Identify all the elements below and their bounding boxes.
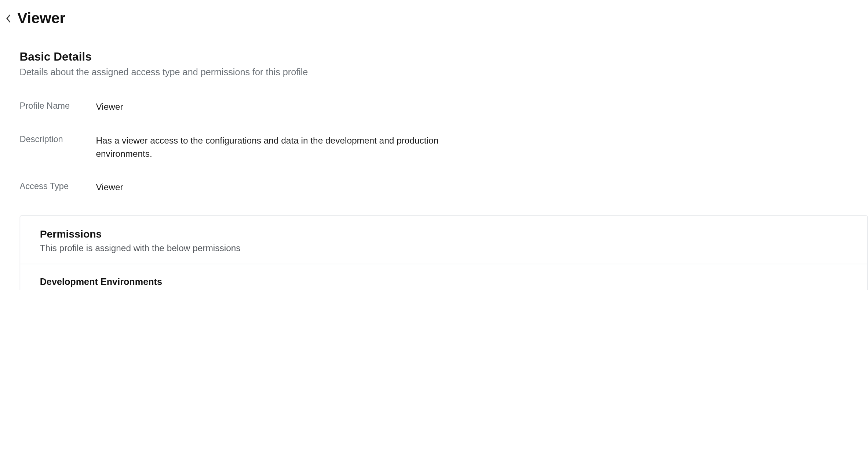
- page-title: Viewer: [17, 9, 65, 27]
- access-type-value: Viewer: [96, 181, 123, 194]
- profile-name-value: Viewer: [96, 101, 123, 113]
- access-type-label: Access Type: [20, 181, 96, 191]
- description-label: Description: [20, 134, 96, 144]
- field-description: Description Has a viewer access to the c…: [20, 134, 868, 160]
- field-access-type: Access Type Viewer: [20, 181, 868, 194]
- basic-details-heading: Basic Details: [20, 50, 868, 64]
- env-development-title: Development Environments: [40, 277, 848, 287]
- basic-details-sub: Details about the assigned access type a…: [20, 67, 868, 77]
- back-button[interactable]: [6, 14, 12, 23]
- profile-name-label: Profile Name: [20, 101, 96, 111]
- permissions-heading: Permissions: [40, 228, 848, 240]
- description-value: Has a viewer access to the configuration…: [96, 134, 477, 160]
- env-development: Development Environments Data Store File…: [20, 264, 867, 290]
- basic-details-section: Basic Details Details about the assigned…: [6, 50, 868, 290]
- permissions-sub: This profile is assigned with the below …: [40, 243, 848, 253]
- field-profile-name: Profile Name Viewer: [20, 101, 868, 113]
- permissions-panel: Permissions This profile is assigned wit…: [20, 215, 868, 290]
